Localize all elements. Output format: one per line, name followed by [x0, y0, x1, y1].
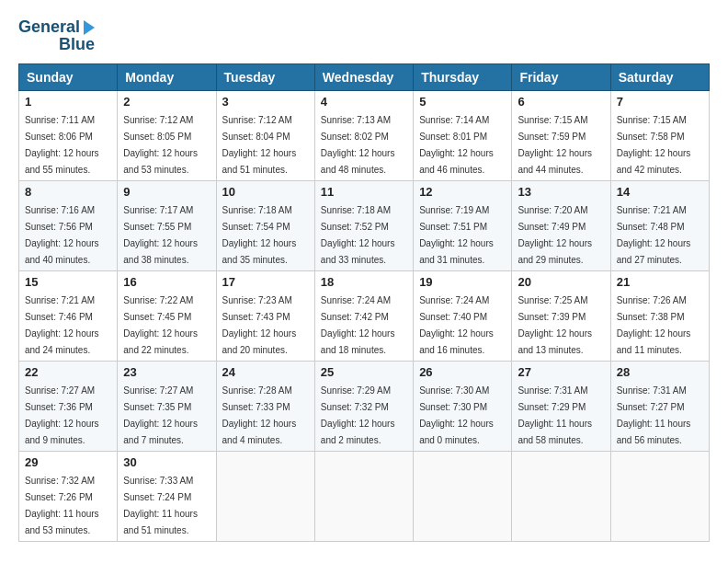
- day-number: 5: [419, 95, 506, 109]
- calendar-table: SundayMondayTuesdayWednesdayThursdayFrid…: [18, 63, 710, 542]
- day-info: Sunrise: 7:21 AMSunset: 7:46 PMDaylight:…: [25, 295, 99, 355]
- day-number: 14: [617, 185, 703, 199]
- calendar-day-cell: 7 Sunrise: 7:15 AMSunset: 7:58 PMDayligh…: [610, 90, 709, 180]
- day-info: Sunrise: 7:24 AMSunset: 7:42 PMDaylight:…: [321, 295, 395, 355]
- day-number: 26: [419, 365, 506, 379]
- calendar-day-cell: 29 Sunrise: 7:32 AMSunset: 7:26 PMDaylig…: [19, 451, 118, 541]
- day-info: Sunrise: 7:15 AMSunset: 7:58 PMDaylight:…: [617, 115, 691, 175]
- calendar-day-cell: [216, 451, 314, 541]
- day-number: 10: [222, 185, 309, 199]
- day-number: 30: [123, 455, 210, 469]
- calendar-header-cell: Thursday: [414, 63, 512, 90]
- day-number: 21: [617, 275, 703, 289]
- day-info: Sunrise: 7:12 AMSunset: 8:04 PMDaylight:…: [222, 115, 297, 175]
- calendar-day-cell: 14 Sunrise: 7:21 AMSunset: 7:48 PMDaylig…: [610, 180, 709, 270]
- calendar-week-row: 8 Sunrise: 7:16 AMSunset: 7:56 PMDayligh…: [19, 180, 710, 270]
- day-number: 9: [123, 185, 210, 199]
- calendar-day-cell: 9 Sunrise: 7:17 AMSunset: 7:55 PMDayligh…: [118, 180, 216, 270]
- logo-blue-text: Blue: [59, 35, 95, 54]
- day-number: 15: [25, 275, 111, 289]
- logo: General Blue: [18, 18, 95, 54]
- calendar-day-cell: 2 Sunrise: 7:12 AMSunset: 8:05 PMDayligh…: [118, 90, 216, 180]
- calendar-day-cell: 26 Sunrise: 7:30 AMSunset: 7:30 PMDaylig…: [414, 361, 512, 451]
- day-number: 18: [321, 275, 407, 289]
- calendar-day-cell: 3 Sunrise: 7:12 AMSunset: 8:04 PMDayligh…: [216, 90, 314, 180]
- day-info: Sunrise: 7:17 AMSunset: 7:55 PMDaylight:…: [123, 205, 198, 265]
- day-info: Sunrise: 7:14 AMSunset: 8:01 PMDaylight:…: [419, 115, 494, 175]
- calendar-day-cell: 8 Sunrise: 7:16 AMSunset: 7:56 PMDayligh…: [19, 180, 118, 270]
- day-number: 28: [617, 365, 703, 379]
- day-info: Sunrise: 7:26 AMSunset: 7:38 PMDaylight:…: [617, 295, 691, 355]
- calendar-day-cell: 20 Sunrise: 7:25 AMSunset: 7:39 PMDaylig…: [512, 270, 610, 361]
- calendar-header-cell: Tuesday: [216, 63, 314, 90]
- page-header: General Blue: [18, 18, 710, 54]
- calendar-day-cell: 5 Sunrise: 7:14 AMSunset: 8:01 PMDayligh…: [414, 90, 512, 180]
- calendar-day-cell: 23 Sunrise: 7:27 AMSunset: 7:35 PMDaylig…: [118, 361, 216, 451]
- day-number: 20: [518, 275, 604, 289]
- day-number: 19: [419, 275, 506, 289]
- day-number: 6: [518, 95, 604, 109]
- calendar-day-cell: 19 Sunrise: 7:24 AMSunset: 7:40 PMDaylig…: [414, 270, 512, 361]
- calendar-day-cell: 27 Sunrise: 7:31 AMSunset: 7:29 PMDaylig…: [512, 361, 610, 451]
- day-number: 8: [25, 185, 111, 199]
- day-info: Sunrise: 7:12 AMSunset: 8:05 PMDaylight:…: [123, 115, 198, 175]
- day-info: Sunrise: 7:25 AMSunset: 7:39 PMDaylight:…: [518, 295, 592, 355]
- day-info: Sunrise: 7:31 AMSunset: 7:27 PMDaylight:…: [617, 385, 691, 445]
- day-number: 22: [25, 365, 111, 379]
- calendar-day-cell: 12 Sunrise: 7:19 AMSunset: 7:51 PMDaylig…: [414, 180, 512, 270]
- calendar-day-cell: [610, 451, 709, 541]
- calendar-day-cell: 1 Sunrise: 7:11 AMSunset: 8:06 PMDayligh…: [19, 90, 118, 180]
- calendar-header-cell: Sunday: [19, 63, 118, 90]
- day-info: Sunrise: 7:33 AMSunset: 7:24 PMDaylight:…: [123, 476, 198, 535]
- day-info: Sunrise: 7:28 AMSunset: 7:33 PMDaylight:…: [222, 385, 297, 445]
- calendar-header-cell: Saturday: [610, 63, 709, 90]
- calendar-day-cell: 16 Sunrise: 7:22 AMSunset: 7:45 PMDaylig…: [118, 270, 216, 361]
- calendar-day-cell: 10 Sunrise: 7:18 AMSunset: 7:54 PMDaylig…: [216, 180, 314, 270]
- day-info: Sunrise: 7:30 AMSunset: 7:30 PMDaylight:…: [419, 385, 494, 445]
- day-number: 27: [518, 365, 604, 379]
- calendar-day-cell: 13 Sunrise: 7:20 AMSunset: 7:49 PMDaylig…: [512, 180, 610, 270]
- calendar-day-cell: 18 Sunrise: 7:24 AMSunset: 7:42 PMDaylig…: [314, 270, 413, 361]
- day-info: Sunrise: 7:18 AMSunset: 7:52 PMDaylight:…: [321, 205, 395, 265]
- day-info: Sunrise: 7:19 AMSunset: 7:51 PMDaylight:…: [419, 205, 494, 265]
- day-number: 7: [617, 95, 703, 109]
- day-number: 13: [518, 185, 604, 199]
- calendar-header-row: SundayMondayTuesdayWednesdayThursdayFrid…: [19, 63, 710, 90]
- calendar-day-cell: 11 Sunrise: 7:18 AMSunset: 7:52 PMDaylig…: [314, 180, 413, 270]
- calendar-week-row: 1 Sunrise: 7:11 AMSunset: 8:06 PMDayligh…: [19, 90, 710, 180]
- calendar-day-cell: [314, 451, 413, 541]
- day-number: 3: [222, 95, 309, 109]
- day-info: Sunrise: 7:31 AMSunset: 7:29 PMDaylight:…: [518, 385, 592, 445]
- calendar-day-cell: 21 Sunrise: 7:26 AMSunset: 7:38 PMDaylig…: [610, 270, 709, 361]
- calendar-week-row: 15 Sunrise: 7:21 AMSunset: 7:46 PMDaylig…: [19, 270, 710, 361]
- calendar-header-cell: Friday: [512, 63, 610, 90]
- day-number: 2: [123, 95, 210, 109]
- calendar-day-cell: 28 Sunrise: 7:31 AMSunset: 7:27 PMDaylig…: [610, 361, 709, 451]
- day-number: 11: [321, 185, 407, 199]
- day-info: Sunrise: 7:29 AMSunset: 7:32 PMDaylight:…: [321, 385, 395, 445]
- day-info: Sunrise: 7:13 AMSunset: 8:02 PMDaylight:…: [321, 115, 395, 175]
- calendar-day-cell: 22 Sunrise: 7:27 AMSunset: 7:36 PMDaylig…: [19, 361, 118, 451]
- calendar-body: 1 Sunrise: 7:11 AMSunset: 8:06 PMDayligh…: [19, 90, 710, 541]
- day-info: Sunrise: 7:27 AMSunset: 7:36 PMDaylight:…: [25, 385, 99, 445]
- day-info: Sunrise: 7:32 AMSunset: 7:26 PMDaylight:…: [25, 476, 99, 535]
- day-info: Sunrise: 7:22 AMSunset: 7:45 PMDaylight:…: [123, 295, 198, 355]
- day-number: 29: [25, 455, 111, 469]
- calendar-day-cell: [414, 451, 512, 541]
- calendar-day-cell: 6 Sunrise: 7:15 AMSunset: 7:59 PMDayligh…: [512, 90, 610, 180]
- day-info: Sunrise: 7:23 AMSunset: 7:43 PMDaylight:…: [222, 295, 297, 355]
- day-info: Sunrise: 7:24 AMSunset: 7:40 PMDaylight:…: [419, 295, 494, 355]
- day-number: 23: [123, 365, 210, 379]
- calendar-day-cell: 24 Sunrise: 7:28 AMSunset: 7:33 PMDaylig…: [216, 361, 314, 451]
- calendar-day-cell: 15 Sunrise: 7:21 AMSunset: 7:46 PMDaylig…: [19, 270, 118, 361]
- day-info: Sunrise: 7:11 AMSunset: 8:06 PMDaylight:…: [25, 115, 99, 175]
- day-number: 25: [321, 365, 407, 379]
- day-number: 24: [222, 365, 309, 379]
- day-info: Sunrise: 7:18 AMSunset: 7:54 PMDaylight:…: [222, 205, 297, 265]
- logo-arrow-icon: [84, 20, 95, 35]
- calendar-day-cell: [512, 451, 610, 541]
- calendar-header-cell: Wednesday: [314, 63, 413, 90]
- day-number: 12: [419, 185, 506, 199]
- calendar-week-row: 29 Sunrise: 7:32 AMSunset: 7:26 PMDaylig…: [19, 451, 710, 541]
- calendar-week-row: 22 Sunrise: 7:27 AMSunset: 7:36 PMDaylig…: [19, 361, 710, 451]
